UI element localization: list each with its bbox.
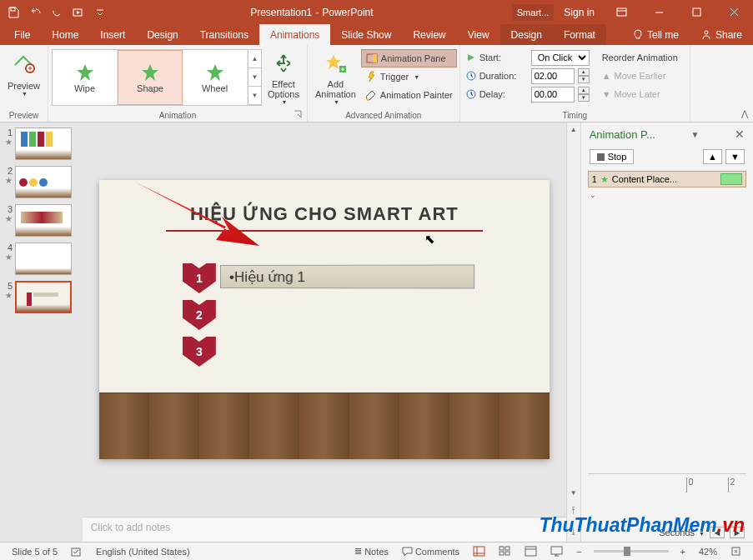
notes-toggle[interactable]: ≣ Notes xyxy=(348,542,395,560)
tab-design[interactable]: Design xyxy=(136,24,188,45)
redo-icon[interactable] xyxy=(47,2,67,22)
qat-customize-icon[interactable] xyxy=(90,2,110,22)
timeline-zoom-out-icon[interactable]: ◄ xyxy=(710,527,725,538)
notes-pane[interactable]: Click to add notes xyxy=(83,517,566,542)
spell-check-icon[interactable] xyxy=(64,542,89,560)
tab-smartart-format[interactable]: Format xyxy=(553,24,606,45)
vertical-scrollbar[interactable]: ▲ ▼ ⭱⭳ xyxy=(566,122,580,542)
preview-button[interactable]: Preview▼ xyxy=(3,47,45,108)
smartart-text-1[interactable]: •Hiệu ứng 1 xyxy=(220,264,474,288)
pane-stop-button[interactable]: Stop xyxy=(590,149,635,164)
move-later-button[interactable]: ▼ Move Later xyxy=(598,85,682,103)
delay-down-icon[interactable]: ▼ xyxy=(578,94,590,102)
share-button[interactable]: Share xyxy=(690,24,753,45)
animation-shape[interactable]: Shape xyxy=(118,50,183,105)
thumb-1[interactable]: 1★ xyxy=(3,128,79,160)
svg-rect-3 xyxy=(693,8,700,16)
animation-wheel[interactable]: Wheel xyxy=(183,50,248,105)
undo-icon[interactable] xyxy=(25,2,45,22)
tab-review[interactable]: Review xyxy=(402,24,456,45)
chevron-1[interactable]: 1 xyxy=(183,263,216,293)
tab-animations[interactable]: Animations xyxy=(259,24,330,45)
tab-file[interactable]: File xyxy=(3,24,41,45)
comments-toggle[interactable]: Comments xyxy=(395,542,466,560)
tab-slideshow[interactable]: Slide Show xyxy=(330,24,402,45)
svg-rect-16 xyxy=(505,552,510,555)
pane-close-icon[interactable]: ✕ xyxy=(735,128,745,141)
zoom-level[interactable]: 42% xyxy=(692,542,724,560)
add-animation-button[interactable]: Add Animation▼ xyxy=(310,47,361,108)
start-from-beginning-icon[interactable] xyxy=(68,2,88,22)
slide-sorter-view-icon[interactable] xyxy=(492,542,518,560)
gallery-more-icon[interactable]: ▼ xyxy=(248,87,261,105)
duration-input[interactable] xyxy=(531,68,575,84)
minimize-icon[interactable] xyxy=(640,0,678,24)
tab-smartart-design[interactable]: Design xyxy=(500,24,553,45)
group-advanced-animation: Advanced Animation xyxy=(310,109,457,122)
fit-to-window-icon[interactable] xyxy=(724,542,748,560)
tab-view[interactable]: View xyxy=(457,24,500,45)
delay-up-icon[interactable]: ▲ xyxy=(578,87,590,94)
next-slide-icon[interactable]: ⭳ xyxy=(570,527,578,536)
pane-options-icon[interactable]: ▼ xyxy=(691,130,700,139)
zoom-in-icon[interactable]: + xyxy=(674,542,692,560)
trigger-button[interactable]: Trigger▼ xyxy=(361,68,457,86)
close-icon[interactable] xyxy=(715,0,753,24)
slide-indicator[interactable]: Slide 5 of 5 xyxy=(5,542,64,560)
duration-up-icon[interactable]: ▲ xyxy=(578,68,590,76)
pane-title: Animation P... xyxy=(590,128,655,141)
start-select[interactable]: On Click xyxy=(531,50,590,66)
slideshow-view-icon[interactable] xyxy=(544,542,570,560)
tab-insert[interactable]: Insert xyxy=(89,24,136,45)
animation-wipe[interactable]: Wipe xyxy=(53,50,118,105)
tab-home[interactable]: Home xyxy=(41,24,89,45)
slide-canvas[interactable]: HIỆU ỨNG CHO SMART ART 1 2 3 •Hiệu ứng 1… xyxy=(99,180,550,459)
zoom-out-icon[interactable]: − xyxy=(570,542,588,560)
move-earlier-button[interactable]: ▲ Move Earlier xyxy=(598,67,682,85)
slide-editor[interactable]: HIỆU ỨNG CHO SMART ART 1 2 3 •Hiệu ứng 1… xyxy=(83,122,566,517)
thumb-3[interactable]: 3★ xyxy=(3,204,79,237)
zoom-slider-thumb[interactable] xyxy=(624,547,630,556)
pane-move-up-icon[interactable]: ▲ xyxy=(703,149,722,164)
animation-list-item[interactable]: 1★Content Place... xyxy=(588,171,746,188)
normal-view-icon[interactable] xyxy=(466,542,492,560)
thumb-5[interactable]: 5★ xyxy=(3,281,79,313)
reorder-animation-label: Reorder Animation xyxy=(598,48,682,67)
seconds-dropdown[interactable]: Seconds ▼ xyxy=(659,528,705,538)
prev-slide-icon[interactable]: ⭱ xyxy=(570,506,578,515)
scroll-down-icon[interactable]: ▼ xyxy=(567,486,580,500)
animation-painter-button[interactable]: Animation Painter xyxy=(361,86,457,104)
scroll-up-icon[interactable]: ▲ xyxy=(567,122,580,137)
timeline-bar[interactable] xyxy=(720,173,742,185)
gallery-down-icon[interactable]: ▼ xyxy=(248,68,261,87)
chevron-2[interactable]: 2 xyxy=(183,300,216,330)
delay-input[interactable] xyxy=(531,87,575,102)
status-bar: Slide 5 of 5 English (United States) ≣ N… xyxy=(0,542,753,560)
thumb-4[interactable]: 4★ xyxy=(3,242,79,275)
chevron-3[interactable]: 3 xyxy=(183,337,216,367)
maximize-icon[interactable] xyxy=(678,0,715,24)
gallery-up-icon[interactable]: ▲ xyxy=(248,50,261,68)
ribbon-display-options-icon[interactable] xyxy=(603,0,640,24)
language-indicator[interactable]: English (United States) xyxy=(89,542,197,560)
animation-gallery[interactable]: Wipe Shape Wheel ▲▼▼ xyxy=(52,49,262,106)
smartart-graphic[interactable]: 1 2 3 xyxy=(183,263,216,373)
slide-title[interactable]: HIỆU ỨNG CHO SMART ART xyxy=(99,180,550,225)
zoom-slider[interactable] xyxy=(594,550,669,552)
scroll-track[interactable] xyxy=(567,137,580,486)
expand-contents-icon[interactable]: ⌄ xyxy=(588,189,746,201)
animation-pane-button[interactable]: Animation Pane xyxy=(361,49,457,68)
duration-down-icon[interactable]: ▼ xyxy=(578,76,590,83)
effect-options-button[interactable]: Effect Options▼ xyxy=(263,47,304,108)
group-animation: Animation xyxy=(51,109,304,122)
tell-me-search[interactable]: Tell me xyxy=(621,24,690,45)
animation-dialog-launcher-icon[interactable] xyxy=(293,110,303,120)
reading-view-icon[interactable] xyxy=(518,542,544,560)
timeline-zoom-in-icon[interactable]: ► xyxy=(730,527,745,538)
tab-transitions[interactable]: Transitions xyxy=(189,24,259,45)
sign-in-button[interactable]: Sign in xyxy=(555,0,603,24)
save-icon[interactable] xyxy=(3,2,23,22)
collapse-ribbon-icon[interactable]: ⋀ xyxy=(741,109,748,118)
pane-move-down-icon[interactable]: ▼ xyxy=(725,149,745,164)
thumb-2[interactable]: 2★ xyxy=(3,166,79,198)
